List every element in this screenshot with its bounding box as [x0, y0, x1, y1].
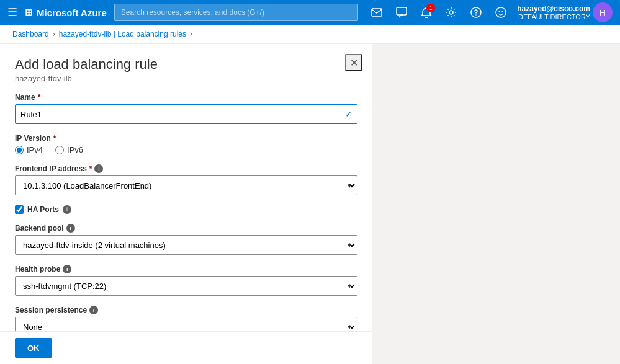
topbar-icons: 1 hazayed@cisco.com DEFAULT DIRECTORY H [366, 1, 613, 24]
backend-pool-dropdown-wrapper: hazayed-ftdv-inside (2 virtual machines)… [15, 235, 357, 255]
user-info: hazayed@cisco.com DEFAULT DIRECTORY [517, 4, 590, 20]
feedback-icon-btn[interactable] [390, 1, 413, 24]
backend-pool-select[interactable]: hazayed-ftdv-inside (2 virtual machines) [15, 235, 357, 255]
hamburger-icon[interactable]: ☰ [7, 6, 17, 19]
frontend-ip-required: * [89, 164, 92, 173]
health-probe-info-icon[interactable]: i [63, 265, 71, 273]
ipv4-label: IPv4 [27, 145, 43, 154]
ha-ports-info-icon[interactable]: i [63, 205, 71, 214]
health-probe-dropdown-wrapper: ssh-ftdvmgmt (TCP:22) ▼ [15, 276, 357, 296]
breadcrumb-sep-2: › [190, 30, 192, 38]
ipv6-radio[interactable] [55, 146, 64, 154]
health-probe-field-group: Health probe i ssh-ftdvmgmt (TCP:22) ▼ [15, 265, 357, 296]
avatar[interactable]: H [593, 2, 613, 22]
breadcrumb-load-balancing[interactable]: hazayed-ftdv-ilb | Load balancing rules [59, 30, 186, 38]
breadcrumb: Dashboard › hazayed-ftdv-ilb | Load bala… [0, 25, 620, 44]
ha-ports-checkbox[interactable] [15, 205, 24, 214]
panel-title: Add load balancing rule [15, 56, 357, 73]
svg-point-6 [499, 11, 500, 12]
ipv6-label: IPv6 [67, 145, 83, 154]
name-required: * [38, 93, 41, 102]
backend-pool-field-group: Backend pool i hazayed-ftdv-inside (2 vi… [15, 224, 357, 255]
name-input-wrapper: ✓ [15, 104, 357, 124]
svg-rect-1 [397, 7, 407, 15]
svg-rect-0 [372, 9, 382, 16]
frontend-ip-select[interactable]: 10.1.3.100 (LoadBalancerFrontEnd) [15, 175, 357, 195]
topbar: ☰ ⊞ Microsoft Azure 1 hazayed@cisco.com … [0, 0, 620, 25]
svg-point-4 [475, 14, 477, 16]
logo: ⊞ Microsoft Azure [25, 7, 107, 18]
breadcrumb-sep-1: › [53, 30, 55, 38]
frontend-ip-info-icon[interactable]: i [94, 164, 103, 173]
name-valid-icon: ✓ [345, 109, 353, 119]
name-field-group: Name * ✓ [15, 93, 357, 124]
notification-badge: 1 [426, 4, 435, 12]
svg-point-5 [496, 7, 506, 17]
smiley-icon-btn[interactable] [490, 1, 512, 24]
svg-point-2 [449, 11, 453, 14]
ok-button[interactable]: OK [15, 338, 52, 358]
session-persistence-info-icon[interactable]: i [89, 306, 98, 314]
email-icon-btn[interactable] [366, 1, 388, 24]
session-persistence-label: Session persistence i [15, 306, 357, 314]
name-label: Name * [15, 93, 357, 102]
panel-subtitle: hazayed-ftdv-ilb [15, 74, 357, 83]
main-panel: ✕ Add load balancing rule hazayed-ftdv-i… [0, 44, 372, 364]
ip-version-radio-group: IPv4 IPv6 [15, 145, 357, 154]
logo-text: Microsoft Azure [37, 7, 107, 18]
breadcrumb-dashboard[interactable]: Dashboard [12, 30, 49, 38]
ha-ports-label: HA Ports [27, 205, 59, 214]
frontend-ip-field-group: Frontend IP address * i 10.1.3.100 (Load… [15, 164, 357, 195]
close-button[interactable]: ✕ [345, 54, 362, 71]
ipv6-option[interactable]: IPv6 [55, 145, 83, 154]
ipv4-option[interactable]: IPv4 [15, 145, 43, 154]
backend-pool-label: Backend pool i [15, 224, 357, 233]
ha-ports-field-group: HA Ports i [15, 205, 357, 214]
settings-icon-btn[interactable] [440, 1, 462, 24]
backend-pool-info-icon[interactable]: i [66, 224, 75, 233]
user-name: hazayed@cisco.com [517, 4, 590, 13]
help-icon-btn[interactable] [465, 1, 487, 24]
ha-ports-row: HA Ports i [15, 205, 357, 214]
name-input[interactable] [15, 104, 357, 124]
notifications-icon-btn[interactable]: 1 [415, 1, 438, 24]
footer-bar: OK [0, 331, 372, 364]
health-probe-label: Health probe i [15, 265, 357, 273]
user-directory: DEFAULT DIRECTORY [518, 13, 590, 20]
ipv4-radio[interactable] [15, 146, 24, 154]
search-input[interactable] [114, 4, 358, 21]
ms-logo-icon: ⊞ [25, 7, 33, 18]
ip-version-label: IP Version * [15, 134, 357, 143]
ip-version-field-group: IP Version * IPv4 IPv6 [15, 134, 357, 154]
health-probe-select[interactable]: ssh-ftdvmgmt (TCP:22) [15, 276, 357, 296]
frontend-ip-label: Frontend IP address * i [15, 164, 357, 173]
ip-version-required: * [53, 134, 56, 143]
frontend-ip-dropdown-wrapper: 10.1.3.100 (LoadBalancerFrontEnd) ▼ [15, 175, 357, 195]
svg-point-7 [502, 11, 503, 12]
